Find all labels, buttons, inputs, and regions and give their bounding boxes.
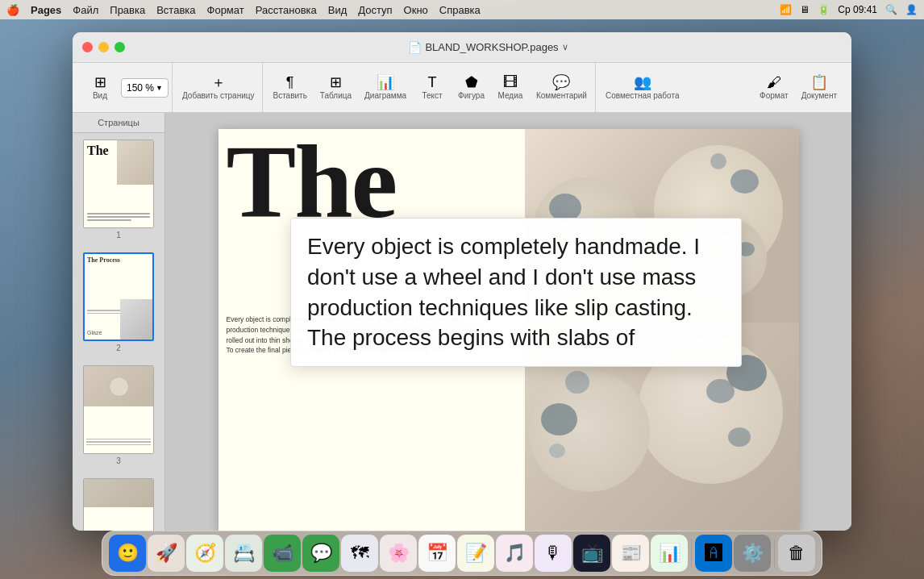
- add-icon: ＋: [211, 75, 226, 90]
- menu-window[interactable]: Окно: [404, 4, 428, 16]
- add-page-button[interactable]: ＋ Добавить страницу: [177, 72, 260, 103]
- toolbar-add-group: ＋ Добавить страницу: [174, 63, 264, 112]
- dock-separator: [691, 539, 692, 568]
- dock-appstore[interactable]: 🅰: [695, 535, 732, 572]
- menu-format[interactable]: Формат: [207, 4, 244, 16]
- insert-button[interactable]: ¶ Вставить: [268, 72, 311, 103]
- comment-button[interactable]: 💬 Комментарий: [531, 72, 592, 103]
- title-dropdown-arrow[interactable]: ∨: [562, 42, 568, 52]
- media-label: Медиа: [498, 91, 523, 100]
- menu-view[interactable]: Вид: [328, 4, 348, 16]
- comment-icon: 💬: [552, 75, 570, 90]
- menu-help[interactable]: Справка: [439, 4, 481, 16]
- document-button[interactable]: 📋 Документ: [797, 72, 842, 103]
- media-button[interactable]: 🎞 Медиа: [493, 72, 528, 103]
- dock-settings[interactable]: ⚙️: [734, 535, 771, 572]
- profile-icon[interactable]: 👤: [905, 4, 918, 15]
- dock-facetime[interactable]: 📹: [264, 535, 301, 572]
- shape-label: Фигура: [458, 91, 485, 100]
- format-label: Формат: [760, 91, 789, 100]
- view-icon: ⊞: [94, 75, 106, 90]
- thumb-image-4: [83, 478, 154, 531]
- search-icon[interactable]: 🔍: [885, 4, 897, 15]
- sidebar: Страницы The 1: [73, 113, 165, 531]
- dock-safari[interactable]: 🧭: [186, 535, 223, 572]
- shape-icon: ⬟: [465, 75, 478, 90]
- dock-maps[interactable]: 🗺: [341, 535, 378, 572]
- battery-icon: 🔋: [818, 4, 830, 15]
- minimize-button[interactable]: [98, 42, 109, 52]
- thumb-number-1: 1: [116, 231, 121, 240]
- chart-label: Диаграмма: [364, 91, 406, 100]
- app-name[interactable]: Pages: [31, 4, 61, 16]
- text-icon: T: [428, 75, 437, 90]
- view-label: Вид: [93, 91, 107, 100]
- dock-numbers[interactable]: 📊: [651, 535, 688, 572]
- menu-edit[interactable]: Правка: [110, 4, 145, 16]
- media-icon: 🎞: [503, 75, 518, 90]
- dock-music[interactable]: 🎵: [496, 535, 533, 572]
- menubar-left: 🍎 Pages Файл Правка Вставка Формат Расст…: [6, 4, 481, 16]
- dock-messages[interactable]: 💬: [302, 535, 339, 572]
- dock-launchpad[interactable]: 🚀: [148, 535, 185, 572]
- insert-label: Вставить: [273, 91, 306, 100]
- pages-window: 📄 BLAND_WORKSHOP.pages ∨ ⊞ Вид 150 % ▼ ＋…: [73, 32, 851, 531]
- menubar: 🍎 Pages Файл Правка Вставка Формат Расст…: [0, 0, 924, 19]
- page-thumb-1[interactable]: The 1: [73, 133, 164, 246]
- thumb-number-3: 3: [116, 456, 121, 465]
- dock-finder[interactable]: 🙂: [109, 535, 146, 572]
- chart-button[interactable]: 📊 Диаграмма: [360, 72, 411, 103]
- dock-news[interactable]: 📰: [612, 535, 649, 572]
- clock: Ср 09:41: [838, 4, 877, 15]
- table-label: Таблица: [320, 91, 352, 100]
- content-area: Страницы The 1: [73, 113, 851, 531]
- dock-trash[interactable]: 🗑: [778, 535, 815, 572]
- menu-file[interactable]: Файл: [73, 4, 98, 16]
- menubar-right: 📶 🖥 🔋 Ср 09:41 🔍 👤: [780, 4, 918, 15]
- page-thumb-3[interactable]: 3: [73, 359, 164, 472]
- thumb-image-1: The: [83, 140, 154, 228]
- thumb-image-3: [83, 365, 154, 454]
- table-button[interactable]: ⊞ Таблица: [315, 72, 356, 103]
- maximize-button[interactable]: [114, 42, 125, 52]
- apple-menu[interactable]: 🍎: [6, 4, 19, 16]
- menu-arrange[interactable]: Расстановка: [256, 4, 317, 16]
- zoom-selector[interactable]: 150 % ▼: [121, 78, 169, 98]
- dock-contacts[interactable]: 📇: [225, 535, 262, 572]
- tooltip-text: Every object is completely handmade. I d…: [307, 231, 725, 353]
- display-icon: 🖥: [800, 4, 810, 15]
- document-icon: 📄: [408, 41, 422, 54]
- canvas-area[interactable]: The Every object is completely ha: [165, 113, 851, 531]
- page-thumb-4[interactable]: 4: [73, 472, 164, 531]
- collab-icon: 👥: [634, 75, 651, 90]
- text-button[interactable]: T Текст: [414, 72, 450, 103]
- dock-tv[interactable]: 📺: [573, 535, 610, 572]
- toolbar-view-group: ⊞ Вид 150 % ▼: [79, 63, 173, 112]
- chart-icon: 📊: [377, 75, 394, 90]
- dock-podcasts[interactable]: 🎙: [535, 535, 572, 572]
- traffic-lights: [82, 42, 125, 52]
- title-bar-center: 📄 BLAND_WORKSHOP.pages ∨: [135, 41, 842, 54]
- shape-button[interactable]: ⬟ Фигура: [453, 72, 489, 103]
- insert-icon: ¶: [286, 75, 294, 90]
- dock-calendar[interactable]: 📅: [418, 535, 456, 572]
- zoom-arrow: ▼: [156, 84, 163, 92]
- collab-label: Совместная работа: [606, 91, 680, 100]
- format-button[interactable]: 🖌 Формат: [755, 72, 793, 103]
- view-button[interactable]: ⊞ Вид: [82, 72, 118, 103]
- menu-access[interactable]: Доступ: [358, 4, 392, 16]
- zoom-value: 150 %: [127, 82, 154, 94]
- table-icon: ⊞: [330, 75, 342, 90]
- toolbar-insert-group: ¶ Вставить ⊞ Таблица 📊 Диаграмма T Текст…: [264, 63, 595, 112]
- dock-photos[interactable]: 🌸: [380, 535, 417, 572]
- sidebar-header: Страницы: [73, 113, 164, 133]
- collab-button[interactable]: 👥 Совместная работа: [601, 72, 685, 103]
- title-bar: 📄 BLAND_WORKSHOP.pages ∨: [73, 32, 851, 63]
- close-button[interactable]: [82, 42, 93, 52]
- menu-insert[interactable]: Вставка: [156, 4, 195, 16]
- page-thumb-2[interactable]: The Process Glaze 2: [73, 246, 164, 359]
- wifi-icon: 📶: [780, 4, 792, 15]
- dock: 🙂 🚀 🧭 📇 📹 💬 🗺 🌸 📅 📝 🎵 🎙 📺 📰 📊 🅰 ⚙️ 🗑: [102, 531, 822, 576]
- dock-reminders[interactable]: 📝: [457, 535, 494, 572]
- document-icon2: 📋: [810, 75, 828, 90]
